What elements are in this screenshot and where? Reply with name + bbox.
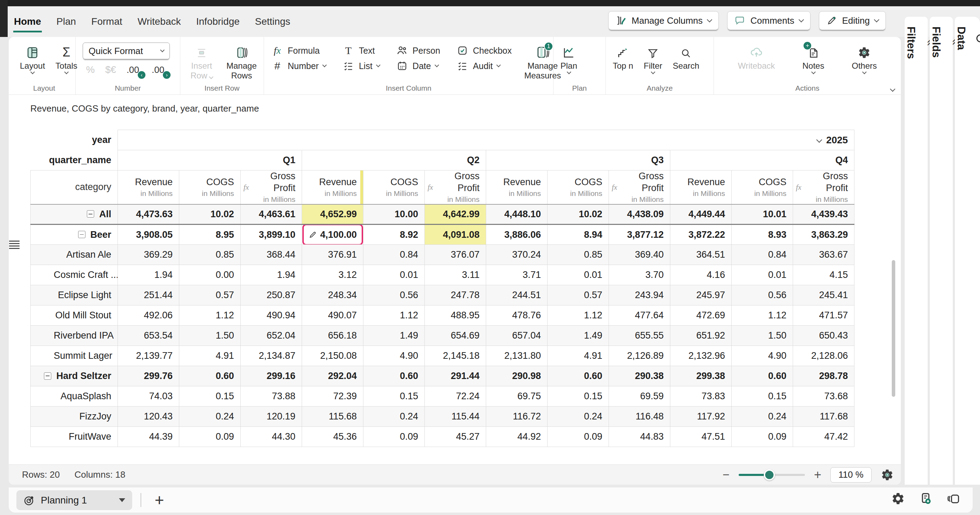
grid-cell[interactable]: 0.84 — [363, 245, 425, 265]
grid-cell[interactable]: 0.00 — [179, 265, 241, 285]
column-header-Q4-COGS[interactable]: COGSin Millions — [732, 170, 793, 204]
grid-cell[interactable]: 72.39 — [302, 386, 363, 407]
grid-cell[interactable]: 3.12 — [302, 265, 363, 285]
insert-row-button[interactable]: Insert Row — [187, 41, 216, 80]
grid-cell[interactable]: 2,126.89 — [609, 346, 670, 366]
grid-cell[interactable]: 0.85 — [547, 245, 609, 265]
zoom-out-button[interactable]: − — [722, 468, 730, 482]
grid-cell[interactable]: 3.70 — [609, 265, 670, 285]
grid-cell[interactable]: 8.95 — [179, 224, 241, 245]
grid-cell[interactable]: 115.44 — [425, 407, 486, 427]
grid-cell[interactable]: 4,449.44 — [670, 204, 732, 224]
grid-cell[interactable]: 653.54 — [118, 326, 179, 346]
table-settings-gear-icon[interactable] — [881, 468, 894, 482]
column-header-Q1-Gross-Profit[interactable]: fxGrossProfitin Millions — [241, 170, 302, 204]
grid-cell[interactable]: 368.44 — [241, 245, 302, 265]
menu-plan[interactable]: Plan — [56, 14, 77, 29]
editing-cell[interactable]: 4,100.00 — [302, 224, 363, 245]
others-button[interactable]: Others — [852, 41, 877, 73]
grid-cell[interactable]: 2,145.18 — [425, 346, 486, 366]
comments-button[interactable]: Comments — [727, 11, 810, 30]
settings-gear-icon[interactable] — [891, 492, 905, 505]
grid-cell[interactable]: 0.15 — [363, 386, 425, 407]
grid-cell[interactable]: 292.04 — [302, 366, 363, 386]
grid-cell[interactable]: 299.76 — [118, 366, 179, 386]
grid-cell[interactable]: 120.19 — [241, 407, 302, 427]
grid-cell[interactable]: 69.75 — [486, 386, 547, 407]
grid-cell[interactable]: 290.38 — [609, 366, 670, 386]
audit-column-button[interactable]: Audit — [456, 60, 512, 72]
menu-settings[interactable]: Settings — [254, 14, 291, 29]
row-label[interactable]: Beer — [31, 224, 118, 245]
quick-format-dropdown[interactable]: Quick Format — [83, 43, 170, 59]
grid-cell[interactable]: 2,150.08 — [302, 346, 363, 366]
grid-cell[interactable]: 116.72 — [486, 407, 547, 427]
grid-cell[interactable]: 44.39 — [118, 427, 179, 447]
grid-cell[interactable]: 299.16 — [241, 366, 302, 386]
grid-cell[interactable]: 0.60 — [547, 366, 609, 386]
grid-cell[interactable]: 1.50 — [179, 326, 241, 346]
grid-cell[interactable]: 1.12 — [547, 305, 609, 326]
menu-writeback[interactable]: Writeback — [137, 14, 182, 29]
grid-cell[interactable]: 245.41 — [793, 285, 854, 305]
grid-cell[interactable]: 3,863.29 — [793, 224, 854, 245]
manage-columns-button[interactable]: Manage Columns — [608, 11, 719, 30]
grid-cell[interactable]: 0.60 — [179, 366, 241, 386]
grid-cell[interactable]: 3,872.22 — [670, 224, 732, 245]
grid-cell[interactable]: 650.43 — [793, 326, 854, 346]
grid-cell[interactable]: 2,128.06 — [793, 346, 854, 366]
grid-cell[interactable]: 10.01 — [732, 204, 793, 224]
row-label[interactable]: Eclipse Light — [31, 285, 118, 305]
grid-cell[interactable]: 4.90 — [732, 346, 793, 366]
fields-panel[interactable]: « Fields — [930, 17, 953, 485]
category-header[interactable]: category — [31, 170, 118, 204]
grid-cell[interactable]: 477.64 — [609, 305, 670, 326]
copies-stack-icon[interactable] — [947, 492, 961, 505]
column-header-Q1-COGS[interactable]: COGSin Millions — [179, 170, 241, 204]
grid-cell[interactable]: 0.01 — [547, 265, 609, 285]
totals-button[interactable]: Σ Totals — [56, 41, 78, 73]
percent-format-button[interactable]: % — [86, 64, 95, 75]
collapse-group-icon[interactable] — [44, 372, 51, 380]
search-button[interactable]: Search — [673, 41, 699, 71]
plan-button[interactable]: Plan — [560, 41, 577, 73]
grid-cell[interactable]: 3,877.12 — [609, 224, 670, 245]
vertical-scrollbar[interactable] — [892, 260, 895, 397]
grid-cell[interactable]: 120.43 — [118, 407, 179, 427]
grid-cell[interactable]: 0.24 — [363, 407, 425, 427]
grid-cell[interactable]: 72.24 — [425, 386, 486, 407]
grid-cell[interactable]: 290.98 — [486, 366, 547, 386]
decrease-decimal-button[interactable]: .00‹ — [127, 65, 141, 75]
grid-cell[interactable]: 251.44 — [118, 285, 179, 305]
column-header-Q2-Gross-Profit[interactable]: fxGrossProfitin Millions — [425, 170, 486, 204]
grid-cell[interactable]: 376.07 — [425, 245, 486, 265]
grid-cell[interactable]: 115.68 — [302, 407, 363, 427]
quarter-header-Q4[interactable]: Q4 — [670, 150, 854, 170]
grid-cell[interactable]: 0.60 — [732, 366, 793, 386]
grid-cell[interactable]: 73.88 — [241, 386, 302, 407]
column-header-Q3-COGS[interactable]: COGSin Millions — [547, 170, 609, 204]
grid-cell[interactable]: 0.15 — [179, 386, 241, 407]
zoom-slider-thumb[interactable] — [764, 469, 775, 480]
grid-cell[interactable]: 4.16 — [670, 265, 732, 285]
grid-cell[interactable]: 0.24 — [732, 407, 793, 427]
grid-cell[interactable]: 0.60 — [363, 366, 425, 386]
planning-tab[interactable]: Planning 1 — [16, 490, 132, 510]
grid-cell[interactable]: 298.78 — [793, 366, 854, 386]
grid-cell[interactable]: 651.92 — [670, 326, 732, 346]
grid-cell[interactable]: 0.85 — [179, 245, 241, 265]
grid-cell[interactable]: 657.04 — [486, 326, 547, 346]
grid-cell[interactable]: 369.40 — [609, 245, 670, 265]
person-column-button[interactable]: Person — [396, 45, 440, 57]
grid-cell[interactable]: 3.71 — [486, 265, 547, 285]
grid-cell[interactable]: 1.12 — [179, 305, 241, 326]
tab-caret-icon[interactable] — [119, 498, 125, 502]
grid-cell[interactable]: 291.44 — [425, 366, 486, 386]
year-value-cell[interactable]: 2025 — [118, 130, 854, 150]
grid-cell[interactable]: 4.91 — [547, 346, 609, 366]
zoom-in-button[interactable]: + — [814, 467, 821, 482]
menu-home[interactable]: Home — [13, 14, 42, 32]
grid-cell[interactable]: 3,886.06 — [486, 224, 547, 245]
grid-cell[interactable]: 4,438.09 — [609, 204, 670, 224]
grid-cell[interactable]: 652.04 — [241, 326, 302, 346]
